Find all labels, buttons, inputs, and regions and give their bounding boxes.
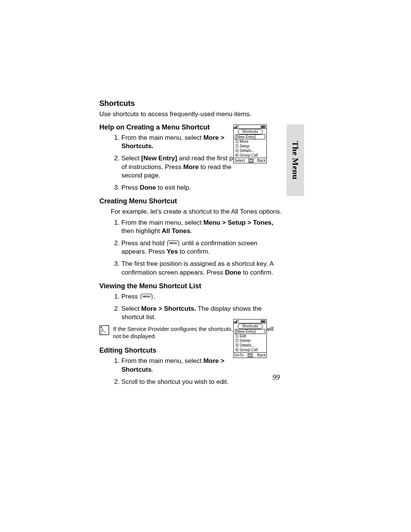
text-bold: More — [183, 163, 199, 171]
menu-key-label: MENU — [169, 242, 178, 244]
help-step-2: Select [New Entry] and read the first pa… — [121, 154, 248, 179]
softkey-right: Back — [257, 353, 266, 358]
help-steps: From the main menu, select More > Shortc… — [99, 134, 248, 192]
phone-title: Shortcuts — [238, 324, 263, 329]
help-step-1: From the main menu, select More > Shortc… — [121, 134, 248, 150]
phone-row: 2) Setup — [235, 144, 265, 149]
phone-screen-shortcuts-select: Shortcuts [New Entry] 1) More 2) Setup 3… — [233, 125, 267, 163]
text: Select — [121, 155, 141, 162]
text: Select — [121, 305, 141, 312]
phone-statusbar — [234, 320, 266, 323]
text-bold: Done — [140, 184, 156, 191]
svg-rect-4 — [236, 126, 237, 128]
svg-rect-10 — [236, 320, 237, 323]
heading-create: Creating Menu Shortcut — [99, 197, 282, 205]
phone-highlight: [New Entry] — [235, 329, 265, 334]
side-tab-label: The Menu — [290, 141, 300, 179]
svg-rect-9 — [235, 321, 236, 323]
signal-icon — [234, 320, 241, 323]
view-step-1: Press MENU . — [121, 292, 282, 301]
create-step-3: The first free position is assigned as a… — [121, 260, 282, 276]
phone-row: 3) Details... — [235, 343, 265, 348]
text-bold: More > Shortcuts. — [141, 305, 196, 312]
phone-rows: 1) More 2) Setup 3) Details... 4) Group … — [234, 139, 266, 158]
phone-row: 3) Details... — [235, 149, 265, 153]
softkey-mid-icon — [248, 353, 253, 357]
menu-key-label: MENU — [143, 295, 151, 298]
svg-rect-8 — [234, 322, 235, 323]
softkey-right: Back — [257, 158, 266, 163]
phone-rows: 1) Edit 2) Delete 3) Details... 4) Group… — [234, 334, 266, 352]
text: to exit help. — [156, 184, 191, 191]
text: . — [190, 227, 192, 235]
phone-softkeys: Select Back — [234, 158, 266, 163]
view-steps: Press MENU . Select More > Shortcuts. Th… — [99, 292, 282, 321]
phone-row: 4) Group Call — [235, 153, 265, 158]
create-step-2: Press and hold MENU until a confirmation… — [121, 239, 282, 256]
section-title-shortcuts: Shortcuts — [99, 99, 282, 108]
create-steps: From the main menu, select Menu > Setup … — [99, 219, 282, 277]
softkey-left: Select — [234, 158, 245, 163]
svg-rect-13 — [261, 321, 264, 322]
text-bold: Done — [225, 269, 241, 276]
phone-title: Shortcuts — [238, 129, 263, 134]
menu-key-icon: MENU — [166, 240, 180, 246]
text: to confirm. — [241, 269, 273, 276]
svg-rect-7 — [261, 126, 264, 127]
edit-step-1: From the main menu, select More > Shortc… — [121, 357, 248, 374]
svg-rect-3 — [235, 126, 236, 128]
text-bold: All Tones — [162, 227, 190, 235]
phone-row: 1) Edit — [235, 334, 265, 339]
text-bold: [New Entry] — [141, 155, 177, 162]
note-icon — [99, 325, 109, 335]
text: to confirm. — [178, 248, 210, 255]
text: Press and hold — [121, 240, 166, 247]
create-intro: For example, let’s create a shortcut to … — [99, 208, 282, 216]
menu-key-icon: MENU — [140, 294, 153, 300]
edit-step-2: Scroll to the shortcut you wish to edit. — [121, 378, 248, 386]
svg-rect-2 — [234, 127, 235, 128]
softkey-left: GoTo — [234, 353, 244, 358]
text: . — [153, 293, 155, 300]
create-step-1: From the main menu, select Menu > Setup … — [121, 219, 282, 235]
svg-rect-12 — [265, 321, 266, 322]
text-bold: Yes — [167, 248, 178, 255]
phone-row: 4) Group Call — [235, 348, 265, 352]
svg-rect-1 — [101, 327, 102, 328]
softkey-mid-icon — [249, 159, 253, 163]
heading-view: Viewing the Menu Shortcut List — [99, 282, 282, 290]
page-number: 99 — [272, 373, 280, 382]
text: From the main menu, select — [121, 219, 203, 226]
phone-row: 2) Delete — [235, 339, 265, 343]
phone-row: 1) More — [235, 139, 265, 144]
phone-highlight: [New Entry] — [235, 134, 265, 139]
text: From the main menu, select — [121, 134, 203, 141]
battery-icon — [261, 125, 266, 128]
help-step-3: Press Done to exit help. — [121, 184, 248, 192]
intro-text: Use shortcuts to access frequently-used … — [99, 110, 282, 118]
battery-icon — [261, 320, 266, 323]
phone-statusbar — [234, 125, 266, 129]
phone-screen-shortcuts-goto: Shortcuts [New Entry] 1) Edit 2) Delete … — [233, 319, 267, 358]
text: . — [151, 366, 153, 373]
side-tab: The Menu — [287, 125, 304, 196]
signal-icon — [234, 125, 241, 128]
svg-rect-6 — [265, 126, 266, 127]
text: Press — [121, 184, 140, 191]
text-bold: Menu > Setup > Tones, — [203, 219, 273, 226]
phone-softkeys: GoTo Back — [234, 352, 266, 358]
text: then highlight — [121, 227, 162, 235]
edit-steps: From the main menu, select More > Shortc… — [99, 357, 248, 386]
text: From the main menu, select — [121, 357, 203, 364]
text: Press — [121, 293, 140, 300]
